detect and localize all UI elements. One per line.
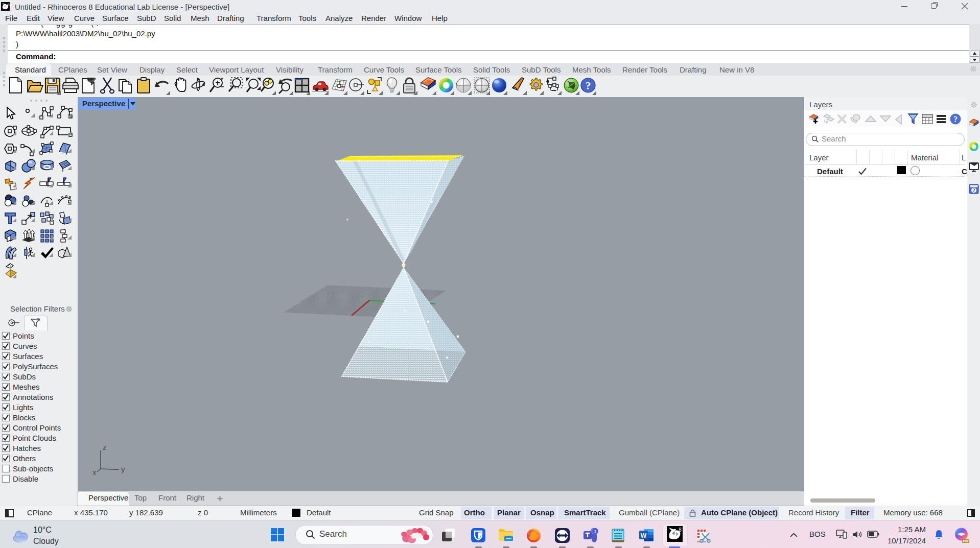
svg-text:1: 1 <box>594 529 596 534</box>
svg-text:W: W <box>641 532 647 539</box>
svg-text:?: ? <box>953 115 958 124</box>
svg-text:?: ? <box>586 79 591 92</box>
svg-text:PRE: PRE <box>963 540 969 543</box>
svg-text:y: y <box>121 465 125 473</box>
svg-text:z: z <box>103 443 107 451</box>
svg-text:8: 8 <box>8 3 10 7</box>
svg-text:x: x <box>92 468 97 476</box>
svg-text:8: 8 <box>679 527 682 533</box>
svg-text:?: ? <box>973 188 975 193</box>
